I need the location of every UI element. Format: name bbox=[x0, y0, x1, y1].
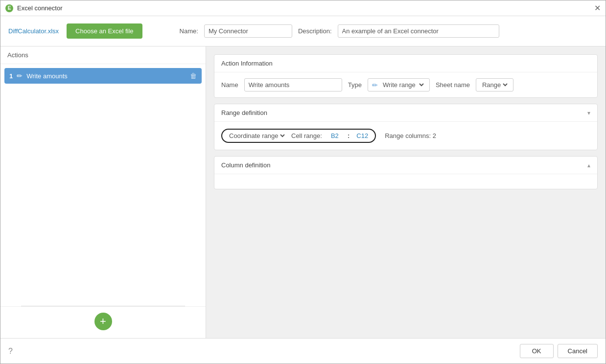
range-def-section: Range definition ▾ Coordinate range Cell… bbox=[214, 104, 598, 150]
title-bar-left: E Excel connector bbox=[5, 4, 63, 12]
action-name-input[interactable] bbox=[244, 78, 342, 91]
sheet-name-label: Sheet name bbox=[436, 81, 470, 89]
action-type-icon: ✏ bbox=[17, 72, 23, 80]
main-content: Actions 1 ✏ Write amounts 🗑 + bbox=[0, 46, 606, 338]
type-dropdown[interactable]: Write range bbox=[381, 81, 425, 89]
choose-file-button[interactable]: Choose an Excel file bbox=[67, 23, 142, 39]
cell-separator: : bbox=[348, 132, 350, 139]
action-info-row: Name Type ✏ Write range Sheet name bbox=[221, 78, 590, 91]
add-button-container: + bbox=[0, 306, 206, 338]
col-def-body bbox=[214, 174, 597, 189]
col-def-title: Column definition bbox=[221, 161, 270, 169]
action-info-title: Action Information bbox=[221, 60, 273, 67]
coord-range-dropdown[interactable]: Coordinate range bbox=[227, 132, 286, 140]
footer-buttons: OK Cancel bbox=[520, 344, 598, 358]
range-def-body: Coordinate range Cell range: : Range col… bbox=[214, 122, 597, 150]
range-def-title: Range definition bbox=[221, 109, 267, 116]
connector-name-input[interactable] bbox=[204, 24, 292, 38]
cancel-button[interactable]: Cancel bbox=[558, 344, 598, 358]
window-title: Excel connector bbox=[17, 4, 63, 12]
cell-start-input[interactable] bbox=[325, 132, 345, 139]
close-button[interactable]: ✕ bbox=[594, 4, 601, 12]
action-info-header: Action Information bbox=[214, 55, 597, 72]
write-range-icon: ✏ bbox=[372, 81, 378, 89]
col-def-section: Column definition ▴ bbox=[214, 156, 598, 189]
type-select-wrapper: ✏ Write range bbox=[368, 78, 430, 91]
file-link[interactable]: DiffCalculator.xlsx bbox=[8, 27, 59, 35]
excel-connector-window: E Excel connector ✕ DiffCalculator.xlsx … bbox=[0, 0, 606, 364]
ok-button[interactable]: OK bbox=[520, 344, 554, 358]
action-info-body: Name Type ✏ Write range Sheet name bbox=[214, 72, 597, 97]
left-panel: Actions 1 ✏ Write amounts 🗑 + bbox=[0, 46, 206, 338]
toolbar: DiffCalculator.xlsx Choose an Excel file… bbox=[0, 16, 606, 46]
footer: ? OK Cancel bbox=[0, 338, 606, 364]
title-bar: E Excel connector ✕ bbox=[0, 0, 606, 16]
right-panel: Action Information Name Type ✏ Write ran… bbox=[206, 46, 606, 338]
action-item-write-amounts[interactable]: 1 ✏ Write amounts 🗑 bbox=[4, 68, 202, 84]
col-def-header[interactable]: Column definition ▴ bbox=[214, 157, 597, 174]
description-label: Description: bbox=[298, 27, 332, 35]
range-def-chevron: ▾ bbox=[587, 110, 590, 116]
add-action-button[interactable]: + bbox=[94, 313, 112, 330]
action-info-section: Action Information Name Type ✏ Write ran… bbox=[214, 54, 598, 98]
app-icon: E bbox=[5, 4, 13, 12]
actions-title: Actions bbox=[7, 51, 28, 59]
action-item-left: 1 ✏ Write amounts bbox=[9, 72, 68, 80]
help-icon[interactable]: ? bbox=[8, 347, 13, 356]
action-number: 1 bbox=[9, 72, 13, 80]
action-label: Write amounts bbox=[26, 72, 68, 80]
ai-name-label: Name bbox=[221, 81, 238, 89]
range-columns-text: Range columns: 2 bbox=[385, 132, 436, 139]
range-def-header: Range definition ▾ bbox=[214, 104, 597, 122]
actions-list: 1 ✏ Write amounts 🗑 bbox=[0, 64, 206, 306]
cell-end-input[interactable] bbox=[352, 132, 372, 139]
cell-range-label: Cell range: bbox=[291, 132, 322, 139]
name-label: Name: bbox=[180, 27, 198, 35]
col-def-chevron: ▴ bbox=[587, 162, 590, 169]
delete-action-icon[interactable]: 🗑 bbox=[190, 72, 197, 80]
sheet-dropdown[interactable]: Range bbox=[480, 81, 509, 89]
ai-type-label: Type bbox=[348, 81, 362, 89]
connector-description-input[interactable] bbox=[338, 24, 499, 38]
actions-header: Actions bbox=[0, 46, 206, 64]
toolbar-right: Name: Description: bbox=[180, 24, 499, 38]
range-highlight-group: Coordinate range Cell range: : bbox=[221, 129, 376, 143]
coord-range-wrapper: Coordinate range bbox=[225, 131, 288, 141]
sheet-select-wrapper: Range bbox=[476, 78, 513, 91]
